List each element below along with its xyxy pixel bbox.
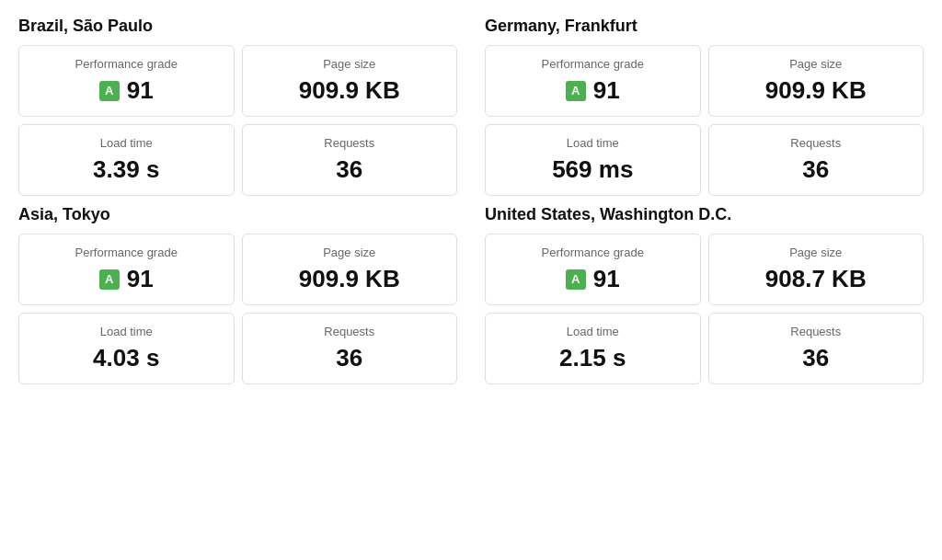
metric-value-text-germany-0: 91 xyxy=(593,76,620,105)
metric-label-germany-1: Page size xyxy=(789,57,842,71)
metric-value-germany-3: 36 xyxy=(802,155,829,184)
metrics-row-2-germany: Load time569 msRequests36 xyxy=(485,124,924,196)
metric-label-asia-0: Performance grade xyxy=(75,246,178,259)
metric-label-asia-3: Requests xyxy=(324,325,374,338)
grade-badge-asia: A xyxy=(99,269,120,290)
metric-label-brazil-2: Load time xyxy=(100,136,153,150)
metric-card-asia-3: Requests36 xyxy=(242,313,458,384)
metric-card-us-3: Requests36 xyxy=(708,313,925,384)
metric-value-text-asia-2: 4.03 s xyxy=(93,344,159,372)
metric-value-brazil-3: 36 xyxy=(336,155,362,184)
region-title-germany: Germany, Frankfurt xyxy=(485,17,924,36)
metric-value-text-brazil-1: 909.9 KB xyxy=(299,76,400,105)
metrics-row-2-us: Load time2.15 sRequests36 xyxy=(485,313,924,384)
metric-label-germany-0: Performance grade xyxy=(542,57,644,71)
metrics-row-1-asia: Performance gradeA91Page size909.9 KB xyxy=(18,234,457,305)
metrics-row-1-brazil: Performance gradeA91Page size909.9 KB xyxy=(18,45,457,117)
metric-card-germany-1: Page size909.9 KB xyxy=(708,45,925,117)
metrics-row-1-germany: Performance gradeA91Page size909.9 KB xyxy=(485,45,924,117)
metric-card-brazil-0: Performance gradeA91 xyxy=(18,45,235,117)
grade-badge-us: A xyxy=(566,269,586,290)
metric-label-brazil-0: Performance grade xyxy=(75,57,178,71)
metric-label-us-0: Performance grade xyxy=(542,246,644,259)
metric-value-germany-2: 569 ms xyxy=(552,155,633,184)
metric-label-germany-3: Requests xyxy=(790,136,841,150)
region-block-us: United States, Washington D.C.Performanc… xyxy=(485,205,924,384)
metric-card-asia-1: Page size909.9 KB xyxy=(242,234,458,305)
region-block-germany: Germany, FrankfurtPerformance gradeA91Pa… xyxy=(485,17,924,196)
grade-badge-germany: A xyxy=(566,81,586,101)
metric-card-germany-0: Performance gradeA91 xyxy=(485,45,701,117)
metric-value-text-brazil-2: 3.39 s xyxy=(93,155,159,184)
metric-value-asia-1: 909.9 KB xyxy=(299,265,400,293)
metrics-row-2-asia: Load time4.03 sRequests36 xyxy=(18,313,457,384)
metrics-row-1-us: Performance gradeA91Page size908.7 KB xyxy=(485,234,924,305)
region-title-us: United States, Washington D.C. xyxy=(485,205,924,224)
metric-card-brazil-1: Page size909.9 KB xyxy=(242,45,458,117)
metric-value-text-brazil-3: 36 xyxy=(336,155,362,184)
metric-label-us-2: Load time xyxy=(567,325,619,338)
region-title-brazil: Brazil, São Paulo xyxy=(18,17,457,36)
metric-value-germany-0: A91 xyxy=(566,76,620,105)
metric-card-us-0: Performance gradeA91 xyxy=(485,234,701,305)
metric-value-asia-3: 36 xyxy=(336,344,362,372)
region-title-asia: Asia, Tokyo xyxy=(18,205,457,224)
metric-value-text-asia-1: 909.9 KB xyxy=(299,265,400,293)
metric-value-asia-0: A91 xyxy=(99,265,154,293)
region-block-brazil: Brazil, São PauloPerformance gradeA91Pag… xyxy=(18,17,457,196)
metric-card-us-2: Load time2.15 s xyxy=(485,313,701,384)
metric-card-us-1: Page size908.7 KB xyxy=(708,234,925,305)
metric-value-text-brazil-0: 91 xyxy=(127,76,154,105)
metric-value-text-asia-3: 36 xyxy=(336,344,362,372)
metric-label-asia-2: Load time xyxy=(100,325,153,338)
metric-label-asia-1: Page size xyxy=(323,246,375,259)
regions-grid: Brazil, São PauloPerformance gradeA91Pag… xyxy=(18,17,924,384)
metric-value-germany-1: 909.9 KB xyxy=(765,76,867,105)
metric-value-brazil-2: 3.39 s xyxy=(93,155,159,184)
metrics-row-2-brazil: Load time3.39 sRequests36 xyxy=(18,124,457,196)
metric-value-us-3: 36 xyxy=(802,344,829,372)
grade-badge-brazil: A xyxy=(99,81,120,101)
metric-value-brazil-1: 909.9 KB xyxy=(299,76,400,105)
metric-value-text-asia-0: 91 xyxy=(127,265,154,293)
metric-card-germany-2: Load time569 ms xyxy=(485,124,701,196)
metric-value-us-0: A91 xyxy=(566,265,620,293)
metric-label-germany-2: Load time xyxy=(567,136,619,150)
metric-card-germany-3: Requests36 xyxy=(708,124,925,196)
metric-value-text-us-3: 36 xyxy=(802,344,829,372)
metric-value-text-us-0: 91 xyxy=(593,265,620,293)
metric-value-asia-2: 4.03 s xyxy=(93,344,159,372)
metric-value-us-1: 908.7 KB xyxy=(765,265,867,293)
metric-card-asia-0: Performance gradeA91 xyxy=(18,234,235,305)
metric-label-us-3: Requests xyxy=(790,325,841,338)
metric-card-asia-2: Load time4.03 s xyxy=(18,313,235,384)
metric-card-brazil-3: Requests36 xyxy=(242,124,458,196)
metric-label-brazil-1: Page size xyxy=(323,57,375,71)
metric-value-text-germany-3: 36 xyxy=(802,155,829,184)
metric-value-us-2: 2.15 s xyxy=(559,344,626,372)
region-block-asia: Asia, TokyoPerformance gradeA91Page size… xyxy=(18,205,457,384)
metric-value-text-germany-1: 909.9 KB xyxy=(765,76,867,105)
metric-value-text-germany-2: 569 ms xyxy=(552,155,633,184)
metric-value-text-us-2: 2.15 s xyxy=(559,344,626,372)
metric-label-us-1: Page size xyxy=(789,246,842,259)
metric-card-brazil-2: Load time3.39 s xyxy=(18,124,235,196)
metric-value-brazil-0: A91 xyxy=(99,76,154,105)
metric-label-brazil-3: Requests xyxy=(324,136,374,150)
metric-value-text-us-1: 908.7 KB xyxy=(765,265,867,293)
